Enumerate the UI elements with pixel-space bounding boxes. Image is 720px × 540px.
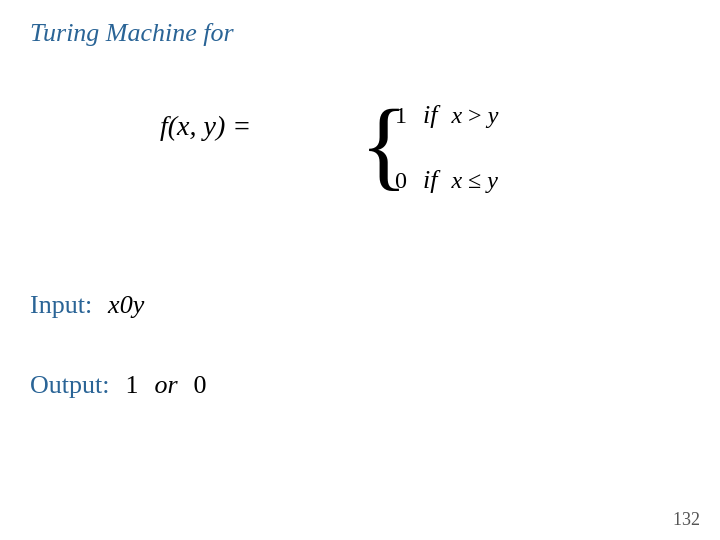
output-or: or — [154, 370, 177, 400]
page-number: 132 — [673, 509, 700, 530]
input-value: x0y — [108, 290, 144, 320]
case-2: 0 if x ≤ y — [395, 165, 498, 195]
input-line: Input: x0y — [30, 290, 144, 320]
function-lhs: f(x, y) = — [160, 110, 251, 142]
case1-if: if — [423, 100, 437, 130]
case1-value: 1 — [395, 102, 409, 129]
output-label: Output: — [30, 370, 109, 400]
case1-condition: x > y — [451, 102, 498, 129]
function-lhs-text: f(x, y) = — [160, 110, 251, 141]
output-line: Output: 1 or 0 — [30, 370, 207, 400]
case2-condition: x ≤ y — [451, 167, 497, 194]
output-val0: 0 — [194, 370, 207, 400]
function-area: f(x, y) = { 1 if x > y 0 if x ≤ y — [30, 55, 690, 255]
input-label: Input: — [30, 290, 92, 320]
output-val1: 1 — [125, 370, 138, 400]
case-1: 1 if x > y — [395, 100, 498, 130]
case2-value: 0 — [395, 167, 409, 194]
case2-if: if — [423, 165, 437, 195]
slide-title: Turing Machine for — [30, 18, 234, 48]
